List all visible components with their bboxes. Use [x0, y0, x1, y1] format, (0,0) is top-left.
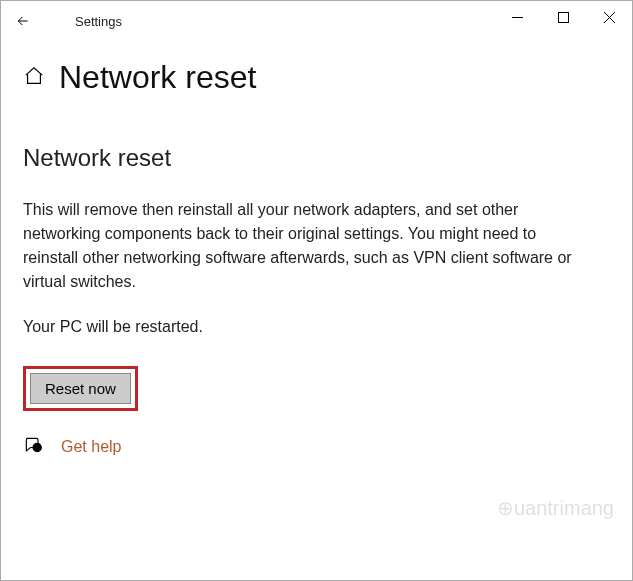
- close-button[interactable]: [586, 1, 632, 33]
- minimize-icon: [512, 12, 523, 23]
- home-icon[interactable]: [23, 65, 45, 91]
- app-title: Settings: [75, 14, 122, 29]
- watermark: ⊕uantrimang: [497, 496, 614, 520]
- get-help-link[interactable]: Get help: [61, 438, 121, 456]
- restart-note: Your PC will be restarted.: [23, 318, 610, 336]
- window-controls: [494, 1, 632, 33]
- svg-rect-0: [558, 12, 568, 22]
- reset-now-button[interactable]: Reset now: [30, 373, 131, 404]
- reset-button-highlight: Reset now: [23, 366, 138, 411]
- maximize-button[interactable]: [540, 1, 586, 33]
- chat-help-icon: ?: [23, 435, 43, 459]
- close-icon: [604, 12, 615, 23]
- page-title: Network reset: [59, 59, 256, 96]
- back-button[interactable]: [1, 1, 45, 41]
- maximize-icon: [558, 12, 569, 23]
- section-title: Network reset: [23, 144, 610, 172]
- title-bar: Settings: [1, 1, 632, 41]
- help-row: ? Get help: [23, 435, 610, 459]
- arrow-left-icon: [15, 13, 31, 29]
- content-area: Network reset This will remove then rein…: [1, 106, 632, 459]
- minimize-button[interactable]: [494, 1, 540, 33]
- description-text: This will remove then reinstall all your…: [23, 198, 593, 294]
- page-header: Network reset: [1, 41, 632, 106]
